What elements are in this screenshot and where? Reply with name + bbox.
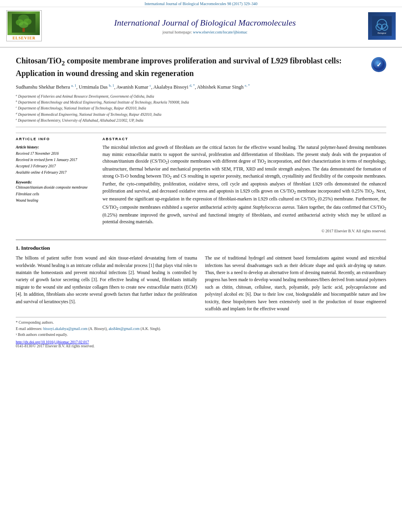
- journal-homepage: journal homepage: www.elsevier.com/locat…: [48, 30, 362, 34]
- keyword-3: Wound healing: [16, 197, 95, 204]
- email1-link[interactable]: bissoyi.akalabya@gmail.com: [43, 327, 87, 331]
- article-content: Chitosan/TiO2 composite membrane improve…: [0, 49, 402, 348]
- keywords-section: Keywords: Chitosan/titanium dioxide comp…: [16, 180, 95, 203]
- two-col-section: ARTICLE INFO Article history: Received 1…: [16, 133, 386, 234]
- authors-section: Sudhanshu Shekhar Behera a, 1, Urmimala …: [16, 83, 367, 124]
- svg-point-4: [19, 22, 28, 28]
- authors-line: Sudhanshu Shekhar Behera a, 1, Urmimala …: [16, 83, 367, 91]
- body-right-text: The use of traditional hydrogel and oint…: [205, 254, 386, 312]
- abstract-text: The microbial infection and growth of fi…: [102, 144, 386, 226]
- abstract-heading: ABSTRACT: [102, 137, 386, 141]
- footnotes: * Corresponding authors. E-mail addresse…: [16, 317, 386, 338]
- elsevier-tree-image: [7, 11, 40, 35]
- affiliation-b: b Department of Biotechnology and Medica…: [16, 99, 367, 105]
- section1-title: Introduction: [21, 245, 50, 251]
- article-history: Article history: Received 17 November 20…: [16, 144, 95, 176]
- received-date: Received 17 November 2016: [16, 150, 95, 157]
- doi-section: http://dx.doi.org/10.1016/j.ijbiomac.201…: [16, 340, 386, 348]
- revised-date: Received in revised form 1 January 2017: [16, 157, 95, 163]
- email2-author: (A.K. Singh).: [140, 327, 161, 331]
- homepage-label: journal homepage:: [162, 30, 192, 34]
- article-info-heading: ARTICLE INFO: [16, 137, 95, 141]
- bio-macro-logo: Biological: [368, 12, 396, 40]
- journal-top-bar: International Journal of Biological Macr…: [0, 0, 402, 7]
- elsevier-wordmark: ELSEVIER: [7, 36, 41, 40]
- article-title-text: Chitosan/TiO2 composite membrane improve…: [16, 56, 367, 124]
- journal-name: International Journal of Biological Macr…: [48, 17, 362, 29]
- svg-text:✓: ✓: [376, 61, 382, 68]
- journal-title-center: International Journal of Biological Macr…: [48, 17, 362, 35]
- doi-link[interactable]: http://dx.doi.org/10.1016/j.ijbiomac.201…: [16, 340, 89, 344]
- keyword-2: Fibroblast cells: [16, 191, 95, 197]
- article-title: Chitosan/TiO2 composite membrane improve…: [16, 56, 367, 79]
- email1-author: (A. Bissoyi),: [88, 327, 108, 331]
- body-right-col: The use of traditional hydrogel and oint…: [205, 254, 386, 312]
- affiliation-d: d Department of Biomedical Engineering, …: [16, 111, 367, 117]
- article-info-column: ARTICLE INFO Article history: Received 1…: [16, 137, 95, 234]
- svg-rect-5: [22, 28, 25, 32]
- body-two-col: The billions of patient suffer from woun…: [16, 254, 386, 312]
- body-left-text: The billions of patient suffer from woun…: [16, 254, 197, 305]
- email2-link[interactable]: aks84m@gmail.com: [108, 327, 140, 331]
- journal-banner: ELSEVIER International Journal of Biolog…: [0, 7, 402, 44]
- crossmark-icon: ✓: [371, 57, 386, 72]
- history-heading: Article history:: [16, 144, 95, 150]
- journal-volume-info: International Journal of Biological Macr…: [145, 2, 257, 6]
- footnote-corresponding: * Corresponding authors.: [16, 320, 386, 326]
- body-left-col: The billions of patient suffer from woun…: [16, 254, 197, 312]
- elsevier-logo: ELSEVIER: [6, 10, 42, 41]
- keywords-list: Chitosan/titanium dioxide composite memb…: [16, 184, 95, 203]
- keywords-heading: Keywords:: [16, 180, 95, 184]
- doi-issn: 0141-8130/© 2017 Elsevier B.V. All right…: [16, 344, 386, 348]
- section1-heading: 1. Introduction: [16, 245, 386, 251]
- copyright-line: © 2017 Elsevier B.V. All rights reserved…: [102, 229, 386, 233]
- main-body: 1. Introduction The billions of patient …: [16, 239, 386, 348]
- article-title-section: Chitosan/TiO2 composite membrane improve…: [16, 49, 386, 127]
- keyword-1: Chitosan/titanium dioxide composite memb…: [16, 184, 95, 191]
- affiliation-c: c Department of Biotechnology, National …: [16, 105, 367, 111]
- abstract-column: ABSTRACT The microbial infection and gro…: [102, 137, 386, 234]
- affiliation-a: a Department of Fisheries and Animal Res…: [16, 93, 367, 99]
- section1-number: 1.: [16, 245, 20, 251]
- crossmark-badge[interactable]: ✓: [371, 57, 386, 72]
- svg-text:Biological: Biological: [378, 32, 386, 34]
- journal-header: International Journal of Biological Macr…: [0, 0, 402, 48]
- available-date: Available online 4 February 2017: [16, 169, 95, 176]
- affiliations: a Department of Fisheries and Animal Res…: [16, 93, 367, 124]
- emails-label: E-mail addresses:: [16, 327, 42, 331]
- footnote-equal-contrib: ¹ Both authors contributed equally.: [16, 332, 386, 338]
- affiliation-e: e Department of Biochemistry, University…: [16, 117, 367, 123]
- footnote-emails: E-mail addresses: bissoyi.akalabya@gmail…: [16, 326, 386, 332]
- accepted-date: Accepted 3 February 2017: [16, 163, 95, 169]
- doi-url[interactable]: http://dx.doi.org/10.1016/j.ijbiomac.201…: [16, 340, 386, 344]
- homepage-url[interactable]: www.elsevier.com/locate/ijbiomac: [193, 30, 248, 34]
